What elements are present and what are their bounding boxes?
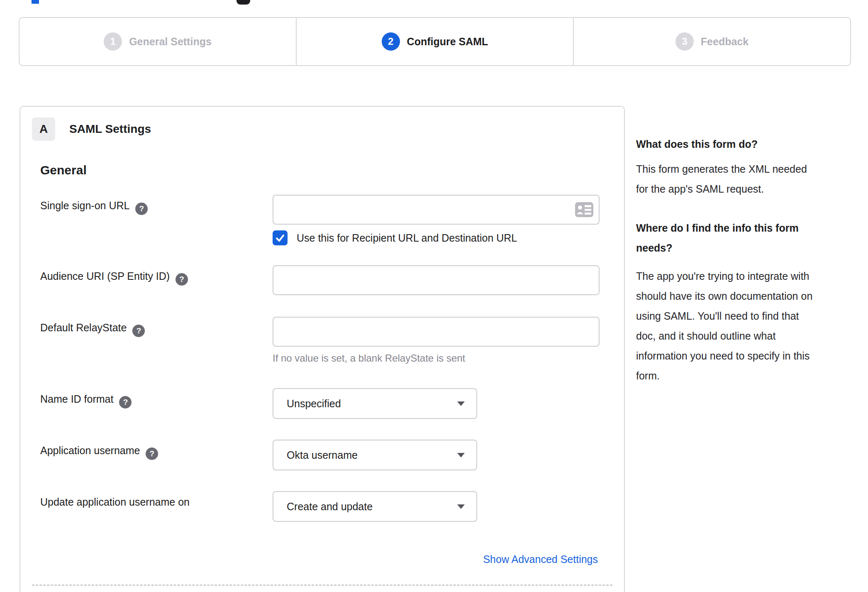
step-label: General Settings (129, 36, 212, 48)
sidebar-paragraph-line: The app you're trying to integrate with (636, 266, 848, 286)
sso-url-input[interactable] (273, 195, 600, 225)
help-sidebar: What does this form do? This form genera… (636, 137, 848, 386)
chevron-down-icon (457, 453, 465, 457)
field-row-audience: Audience URI (SP Entity ID)? (40, 265, 624, 295)
help-icon[interactable]: ? (135, 203, 148, 215)
application-username-select[interactable]: Okta username (273, 440, 477, 470)
help-icon[interactable]: ? (132, 325, 145, 337)
field-row-sso: Single sign-on URL? (40, 195, 624, 245)
step-number-badge: 2 (382, 32, 400, 51)
sidebar-heading-2: Where do I find the info this form (636, 218, 848, 238)
field-label: Audience URI (SP Entity ID)? (40, 265, 273, 295)
field-label-text: Single sign-on URL (40, 200, 129, 211)
chevron-down-icon (457, 401, 465, 406)
checkmark-icon (275, 233, 285, 243)
advanced-settings-row: Show Advanced Settings (40, 553, 598, 565)
field-control (273, 265, 600, 295)
relaystate-input[interactable] (273, 317, 600, 347)
field-row-nameid: Name ID format? Unspecified (40, 388, 624, 419)
sidebar-paragraph-line: information you need to specify in this (636, 346, 848, 366)
recipient-url-option: Use this for Recipient URL and Destinati… (273, 230, 600, 245)
audience-uri-input[interactable] (273, 265, 600, 295)
sidebar-heading-1: What does this form do? (636, 137, 848, 151)
general-section-heading: General (40, 163, 624, 177)
field-label-text: Name ID format (40, 393, 113, 405)
checkbox-label: Use this for Recipient URL and Destinati… (297, 232, 517, 244)
panel-title: SAML Settings (69, 122, 151, 136)
sidebar-paragraph-line: This form generates the XML needed (636, 159, 848, 179)
section-dashed-divider (32, 585, 612, 586)
step-feedback[interactable]: 3 Feedback (573, 18, 850, 65)
field-control: Use this for Recipient URL and Destinati… (273, 195, 600, 245)
select-value: Create and update (287, 501, 457, 513)
field-label-text: Audience URI (SP Entity ID) (40, 270, 170, 282)
field-label-text: Application username (40, 445, 140, 456)
step-number-badge: 3 (675, 32, 694, 51)
nameid-format-select[interactable]: Unspecified (273, 388, 477, 419)
help-icon[interactable]: ? (119, 396, 132, 409)
sidebar-paragraph-line: for the app's SAML request. (636, 179, 848, 199)
step-label: Feedback (701, 36, 749, 48)
sidebar-paragraph-line: using SAML. You'll need to find that (636, 306, 848, 326)
panel-header: A SAML Settings (20, 107, 624, 141)
recipient-url-checkbox[interactable] (273, 230, 288, 245)
step-general-settings[interactable]: 1 General Settings (20, 18, 296, 65)
relaystate-hint: If no value is set, a blank RelayState i… (273, 352, 600, 364)
sidebar-paragraph-line: should have its own documentation on (636, 286, 848, 306)
section-a-badge: A (32, 117, 55, 141)
help-icon[interactable]: ? (146, 448, 158, 460)
field-label: Default RelayState? (40, 317, 273, 364)
sidebar-paragraph-line: form. (636, 366, 848, 386)
field-row-relaystate: Default RelayState? If no value is set, … (40, 317, 624, 364)
field-label: Application username? (40, 440, 273, 470)
update-username-select[interactable]: Create and update (273, 491, 477, 522)
field-control: If no value is set, a blank RelayState i… (273, 317, 600, 364)
field-label: Name ID format? (40, 388, 273, 419)
chevron-down-icon (457, 504, 465, 509)
field-label-text: Default RelayState (40, 322, 127, 333)
clipped-logo-shape (237, 0, 250, 5)
field-label: Update application username on (40, 491, 273, 522)
step-configure-saml[interactable]: 2 Configure SAML (296, 18, 573, 65)
sidebar-heading-2-line-2: needs? (636, 238, 848, 258)
select-value: Okta username (287, 449, 457, 461)
step-number-badge: 1 (104, 32, 122, 51)
clipped-accent-mark (32, 0, 39, 4)
select-value: Unspecified (287, 398, 457, 410)
show-advanced-settings-link[interactable]: Show Advanced Settings (483, 553, 598, 565)
saml-settings-panel: A SAML Settings General Single sign-on U… (20, 106, 625, 592)
help-icon[interactable]: ? (176, 273, 188, 286)
field-row-app-username: Application username? Okta username (40, 440, 624, 470)
contact-card-icon[interactable] (575, 201, 594, 219)
step-label: Configure SAML (407, 36, 488, 48)
wizard-step-bar: 1 General Settings 2 Configure SAML 3 Fe… (19, 17, 851, 66)
sidebar-paragraph-line: doc, and it should outline what (636, 326, 848, 346)
field-label: Single sign-on URL? (40, 195, 273, 245)
field-label-text: Update application username on (40, 496, 190, 508)
field-row-update-username: Update application username on Create an… (40, 491, 624, 522)
